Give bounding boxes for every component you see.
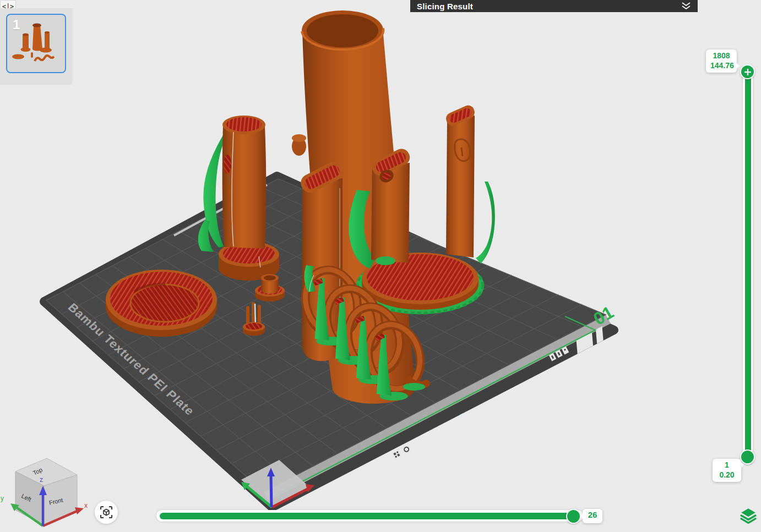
move-slider-value: 26	[588, 510, 597, 519]
max-layer-value: 1808	[710, 51, 732, 61]
move-slider-handle[interactable]	[566, 509, 581, 524]
layer-slider-bottom-handle[interactable]	[740, 449, 755, 464]
min-layer-value: 1	[717, 460, 737, 470]
support-right	[476, 182, 495, 264]
plate-thumbnail[interactable]: 1	[6, 14, 66, 73]
slicing-result-title: Slicing Result	[417, 2, 473, 11]
min-height-value: 0.20	[717, 470, 737, 480]
axis-z-label: z	[40, 476, 43, 484]
layers-view-button[interactable]	[740, 507, 757, 524]
fit-view-cube-icon	[100, 506, 113, 519]
plates-panel: 1	[0, 8, 73, 85]
model-disc-left[interactable]	[106, 270, 217, 337]
layer-slider-min-tooltip: 1 0.20	[713, 459, 741, 482]
plus-icon	[744, 68, 752, 76]
axis-x-label: x	[84, 502, 88, 509]
orientation-cube[interactable]: Top Left Front z x y	[0, 456, 96, 532]
move-slider-tooltip: 26	[583, 509, 602, 523]
axis-y-label: y	[1, 495, 4, 502]
layer-slider-max-tooltip: 1808 144.76	[706, 50, 737, 73]
slicing-result-bar[interactable]: Slicing Result	[410, 0, 698, 12]
layer-slider-fill	[745, 69, 751, 462]
layer-slider-top-handle[interactable]	[740, 64, 755, 79]
move-slider-fill	[160, 513, 573, 519]
plate-thumbnail-number: 1	[13, 17, 20, 32]
max-height-value: 144.76	[710, 61, 732, 71]
double-chevron-down-icon[interactable]	[681, 2, 691, 10]
fit-view-button[interactable]	[95, 501, 118, 524]
viewport-3d[interactable]: Bambu Textured PEI Plate PLA ABS PETG	[0, 0, 761, 532]
